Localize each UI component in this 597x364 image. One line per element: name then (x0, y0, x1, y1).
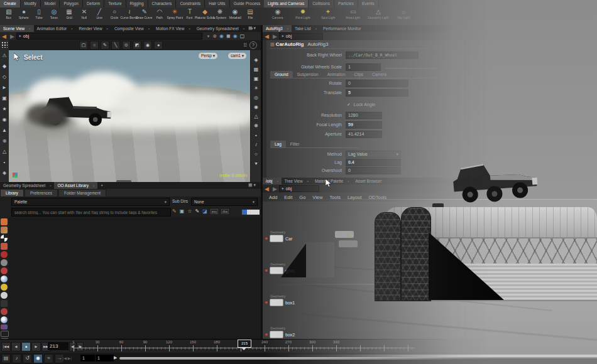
asset-icon[interactable] (1, 243, 8, 250)
asset-icon[interactable] (1, 218, 8, 225)
shelf-tool[interactable]: ✳ Spray Paint (167, 8, 182, 19)
range-slider-handle[interactable]: ▶ (114, 355, 117, 360)
timeline-tool-icon[interactable]: ≈ (44, 354, 53, 363)
asset-icon[interactable] (1, 267, 8, 274)
asset-icon[interactable] (1, 284, 8, 291)
search-input[interactable] (11, 208, 171, 217)
playback-button[interactable]: ▶ (31, 342, 41, 351)
shelf-tab[interactable]: Constraints (176, 0, 205, 8)
shelf-tab[interactable]: Create (0, 0, 21, 8)
shelf-tool[interactable]: ▤ File (243, 8, 258, 19)
shelf-tool[interactable]: ○ Circle (107, 8, 122, 19)
viewport-tool-icon[interactable]: ○ (90, 41, 99, 50)
asset-icon[interactable] (1, 251, 8, 258)
shelf-tab[interactable]: Texture (104, 0, 126, 8)
viewport-tool-icon[interactable]: ◉ (143, 41, 152, 50)
shelf-tab[interactable]: Polygon (60, 0, 83, 8)
timeline-tool-icon[interactable]: ↺ (23, 354, 32, 363)
display-toggle-icon[interactable]: ▣ (253, 75, 260, 83)
asset-icon[interactable] (1, 331, 9, 337)
asset-icon[interactable] (1, 235, 8, 242)
display-toggle-icon[interactable]: / (253, 141, 260, 149)
shelf-tool[interactable]: ╱ Line (92, 8, 107, 19)
tool-icon[interactable]: ◉ (1, 115, 8, 124)
camera-button[interactable]: cam1 ▾ (228, 53, 246, 59)
scene-viewport[interactable]: Select Persp ▾ cam1 ▾ Indie Edition (9, 50, 250, 182)
path-dropdown-icon[interactable]: ▾ (207, 34, 210, 39)
shelf-tool[interactable]: ◆ Platonic Solids (197, 8, 212, 19)
favorites-star-icon[interactable]: ☆ (187, 208, 192, 214)
nav-forward-icon[interactable]: ▶ (10, 33, 14, 40)
range-nudge-icons[interactable]: |◀ ▶| (63, 356, 72, 360)
pane-tab[interactable]: Geometry Spreadsheet (194, 25, 248, 32)
cube-icon[interactable]: ◼ (226, 33, 231, 39)
library-tab[interactable]: Preferences (25, 189, 58, 196)
nav-back-icon[interactable]: ◀ (2, 33, 6, 40)
shelf-tool[interactable]: ▦ Grid (62, 8, 77, 19)
viewport-tool-icon[interactable]: ● (154, 41, 163, 50)
list-icon[interactable]: ⠿ (243, 43, 247, 48)
asset-icon[interactable] (1, 259, 8, 266)
display-toggle-icon[interactable]: ▾ (253, 159, 260, 168)
pane-tab[interactable]: Animation Editor (34, 25, 76, 32)
asset-icon[interactable] (1, 324, 8, 329)
pane-tab[interactable]: OO Asset Library (54, 182, 97, 189)
shelf-tool[interactable]: ▧ Box (1, 8, 16, 19)
pane-tab[interactable]: Composite View (111, 25, 153, 32)
shelf-tab[interactable]: Characters (148, 0, 177, 8)
display-toggle-icon[interactable]: ☀ (253, 84, 260, 92)
tool-icon[interactable]: ▣ (1, 94, 8, 102)
pane-menu-icon[interactable]: ▦ ▾ (248, 183, 256, 188)
viewport-tool-icon[interactable]: ✎ (101, 41, 109, 50)
tool-icon[interactable]: ★ (1, 105, 8, 113)
playhead-pointer-icon[interactable] (241, 348, 246, 353)
palette-dropdown[interactable]: Palette (11, 198, 170, 206)
asset-icon[interactable] (1, 316, 8, 323)
square-icon[interactable]: ▢ (240, 33, 245, 39)
display-toggle-icon[interactable]: △ (253, 112, 260, 120)
shelf-tool[interactable]: ◎ Torus (47, 8, 62, 19)
viewport-tool-icon[interactable]: ◩ (133, 41, 141, 50)
help-icon[interactable]: ? (249, 41, 257, 49)
shelf-tool[interactable]: ≀ Curve Bezier (122, 8, 137, 19)
shelf-tool[interactable]: ▯ Tube (31, 8, 47, 19)
tools-grid-icon[interactable] (1, 41, 8, 48)
asq-badge[interactable]: asq (211, 209, 218, 214)
viewport-tool-icon[interactable]: ⊙ (122, 41, 131, 50)
shelf-tool[interactable]: ✎ Draw Curve (137, 8, 152, 19)
asset-icon[interactable] (1, 300, 8, 307)
orb-icon[interactable]: ◉ (219, 33, 224, 39)
pane-menu-icon[interactable]: ▦ ▾ (248, 26, 256, 31)
display-toggle-icon[interactable]: ◉ (253, 103, 260, 111)
range-end-field[interactable]: 1 (96, 355, 114, 361)
size-slider[interactable] (241, 209, 260, 215)
playhead-marker[interactable]: 215 (238, 340, 251, 348)
library-tab[interactable]: Library (0, 189, 24, 196)
dba-badge[interactable]: dba (221, 209, 229, 214)
shelf-tab[interactable]: Hair Utils (205, 0, 229, 8)
color-correction-icon[interactable] (13, 173, 18, 178)
gradient-icon[interactable]: ◪ (202, 208, 207, 214)
shelf-tab[interactable]: Guide Process (230, 0, 265, 8)
viewport-tool-icon[interactable]: ╲ (111, 41, 120, 50)
pane-tab[interactable]: Geometry Spreadsheet (0, 182, 54, 189)
display-toggle-icon[interactable]: • (253, 131, 260, 139)
pen-icon[interactable]: ✎ (195, 208, 199, 214)
tool-icon[interactable]: ◇ (1, 73, 8, 81)
playback-button[interactable]: ■ (21, 342, 31, 351)
persp-button[interactable]: Persp ▾ (199, 53, 217, 59)
tool-icon[interactable]: △ (1, 147, 8, 156)
display-toggle-icon[interactable]: ◈ (253, 56, 260, 64)
display-toggle-icon[interactable]: ❋ (253, 122, 260, 130)
timeline-tool-icon[interactable]: ▤ (1, 354, 11, 363)
playback-button[interactable]: |◀◀ (1, 342, 11, 351)
shelf-tool[interactable]: ◠ Path (152, 8, 167, 19)
asset-icon[interactable] (1, 276, 8, 282)
timeline-tool-icon[interactable]: ◉ (33, 354, 43, 363)
orb2-icon[interactable]: ◉ (233, 33, 238, 39)
tool-icon[interactable]: ▲ (1, 126, 8, 134)
asset-icon[interactable] (1, 227, 8, 233)
tool-icon[interactable]: ► (1, 83, 8, 92)
pane-tab[interactable]: Render View (75, 25, 111, 32)
shelf-tool[interactable]: ◉ Metaball (227, 8, 243, 19)
